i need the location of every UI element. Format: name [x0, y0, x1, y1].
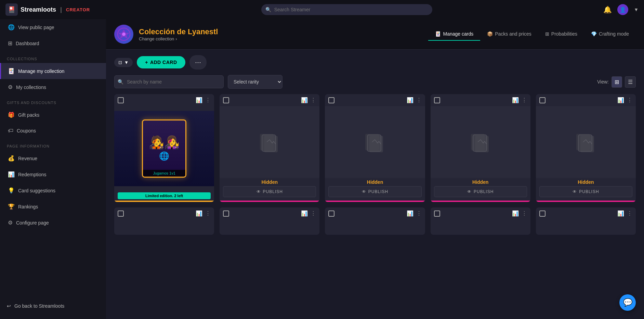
card-more-icon[interactable]: ⋮: [205, 97, 211, 103]
topbar-right: 🔔 👤 ▼: [603, 4, 639, 15]
card-more-icon[interactable]: ⋮: [416, 210, 422, 217]
card-checkbox[interactable]: [328, 97, 334, 103]
sidebar-item-gift-packs[interactable]: 🎁 Gift packs: [0, 107, 106, 123]
card-image-area[interactable]: 🧑‍🎤👩‍🎤 🌐 Jugamos 1v1: [114, 106, 214, 191]
card-checkbox[interactable]: [223, 210, 229, 217]
packs-prices-icon: 📦: [487, 31, 493, 37]
card-footer-bar: [220, 201, 319, 202]
tab-manage-cards[interactable]: 🃏 Manage cards: [428, 28, 480, 41]
card-checkbox[interactable]: [434, 210, 440, 217]
svg-rect-5: [262, 135, 276, 151]
go-back-btn[interactable]: ↩ Go back to Streamloots: [0, 298, 106, 314]
sidebar-item-revenue[interactable]: 💰 Revenue: [0, 150, 106, 166]
svg-rect-17: [578, 135, 592, 151]
card-more-icon[interactable]: ⋮: [311, 97, 316, 103]
card-more-icon[interactable]: ⋮: [205, 210, 211, 217]
card-checkbox[interactable]: [539, 97, 546, 103]
rarity-select[interactable]: Select rarity Common Rare Epic Legendary: [228, 75, 282, 89]
card-checkbox[interactable]: [328, 210, 334, 217]
card-header-icons: 📊 ⋮: [512, 210, 527, 217]
account-chevron-icon[interactable]: ▼: [634, 7, 639, 12]
card-stats-icon[interactable]: 📊: [512, 97, 519, 103]
topbar-search-input[interactable]: [261, 4, 432, 15]
sidebar-item-redemptions[interactable]: 📊 Redemptions: [0, 166, 106, 182]
card-header-icons: 📊 ⋮: [407, 210, 422, 217]
content-area: Colección de Lyanestl Change collection …: [106, 19, 644, 319]
sidebar-item-view-public[interactable]: 🌐 View public page: [0, 19, 106, 35]
card-header: 📊 ⋮: [220, 207, 319, 219]
go-back-label: Go back to Streamloots: [14, 303, 64, 309]
sidebar-item-my-collections[interactable]: ⚙ My collections: [0, 79, 106, 95]
card-more-icon[interactable]: ⋮: [627, 97, 632, 103]
grid-view-btn[interactable]: ⊞: [612, 76, 622, 88]
add-card-button[interactable]: + ADD CARD: [137, 56, 185, 68]
list-view-btn[interactable]: ☰: [625, 76, 636, 88]
dashboard-icon: ⊞: [8, 40, 12, 47]
tab-probabilities[interactable]: ⊞ Probabilities: [538, 28, 584, 41]
table-row: 📊 ⋮ Hidden: [431, 94, 530, 202]
change-collection-btn[interactable]: Change collection ›: [139, 36, 423, 41]
card-header: 📊 ⋮: [431, 207, 530, 219]
sidebar-item-configure-page[interactable]: ⚙ Configure page: [0, 215, 106, 231]
collection-avatar: [114, 25, 133, 44]
card-more-icon[interactable]: ⋮: [416, 97, 422, 103]
card-stats-icon[interactable]: 📊: [617, 97, 624, 103]
sidebar-item-label: Redemptions: [18, 172, 47, 177]
table-row: 📊 ⋮: [325, 207, 425, 235]
publish-btn[interactable]: 👁 PUBLISH: [434, 186, 527, 197]
sidebar-item-manage-collection[interactable]: 🃏 Manage my collection: [0, 63, 106, 79]
sidebar-item-label: My collections: [16, 85, 46, 90]
sidebar-item-card-suggestions[interactable]: 💡 Card suggestions: [0, 182, 106, 199]
publish-btn[interactable]: 👁 PUBLISH: [328, 186, 421, 197]
view-toggle-btn[interactable]: ⊡ ▼: [114, 58, 133, 67]
card-checkbox[interactable]: [539, 210, 546, 217]
card-stats-icon[interactable]: 📊: [617, 210, 624, 217]
sidebar-item-dashboard[interactable]: ⊞ Dashboard: [0, 35, 106, 51]
publish-btn[interactable]: 👁 PUBLISH: [539, 186, 632, 197]
tab-packs-prices[interactable]: 📦 Packs and prices: [480, 28, 538, 41]
card-stats-icon[interactable]: 📊: [407, 97, 413, 103]
card-name: Hidden: [536, 178, 636, 186]
my-collections-icon: ⚙: [8, 84, 13, 90]
card-image-area[interactable]: [220, 106, 319, 178]
card-more-icon[interactable]: ⋮: [522, 97, 527, 103]
cards-grid: 📊 ⋮ 🧑‍🎤👩‍🎤 🌐 Jugamos 1v1: [114, 94, 636, 202]
card-image-area[interactable]: [431, 106, 530, 178]
card-more-icon[interactable]: ⋮: [522, 210, 527, 217]
publish-btn[interactable]: 👁 PUBLISH: [223, 186, 316, 197]
more-options-btn[interactable]: ⋯: [189, 55, 207, 69]
card-checkbox[interactable]: [118, 97, 124, 103]
topbar: 🎴 Streamloots | CREATOR 🔍 🔔 👤 ▼: [0, 0, 644, 19]
card-1-title: Jugamos 1v1: [143, 170, 185, 177]
card-checkbox[interactable]: [118, 210, 124, 217]
manage-cards-icon: 🃏: [435, 31, 441, 37]
avatar[interactable]: 👤: [617, 4, 628, 15]
card-image-area[interactable]: [536, 106, 636, 178]
configure-page-icon: ⚙: [8, 219, 13, 226]
app-logo: 🎴 Streamloots | CREATOR: [5, 3, 90, 16]
card-search-wrap: 🔍: [114, 75, 224, 88]
card-more-icon[interactable]: ⋮: [311, 210, 316, 217]
card-stats-icon[interactable]: 📊: [196, 97, 202, 103]
sidebar-item-label: Dashboard: [16, 41, 39, 46]
card-checkbox[interactable]: [434, 97, 440, 103]
chat-fab[interactable]: 💬: [619, 294, 636, 311]
card-more-icon[interactable]: ⋮: [627, 210, 632, 217]
table-row: 📊 ⋮: [536, 207, 636, 235]
card-search-input[interactable]: [114, 75, 224, 88]
card-stats-icon[interactable]: 📊: [301, 97, 308, 103]
card-header: 📊 ⋮: [536, 94, 636, 106]
table-row: 📊 ⋮: [431, 207, 530, 235]
card-stats-icon[interactable]: 📊: [512, 210, 519, 217]
card-stats-icon[interactable]: 📊: [196, 210, 202, 217]
sidebar-item-rankings[interactable]: 🏆 Rankings: [0, 199, 106, 215]
card-stats-icon[interactable]: 📊: [407, 210, 413, 217]
tab-crafting-mode[interactable]: 💎 Crafting mode: [584, 28, 636, 41]
card-image-area[interactable]: [325, 106, 425, 178]
main-layout: 🌐 View public page ⊞ Dashboard COLLECTIO…: [0, 19, 644, 319]
card-stats-icon[interactable]: 📊: [301, 210, 308, 217]
sidebar-item-coupons[interactable]: 🏷 Coupons: [0, 123, 106, 139]
notification-icon[interactable]: 🔔: [603, 5, 612, 14]
svg-rect-9: [367, 135, 381, 151]
card-checkbox[interactable]: [223, 97, 229, 103]
